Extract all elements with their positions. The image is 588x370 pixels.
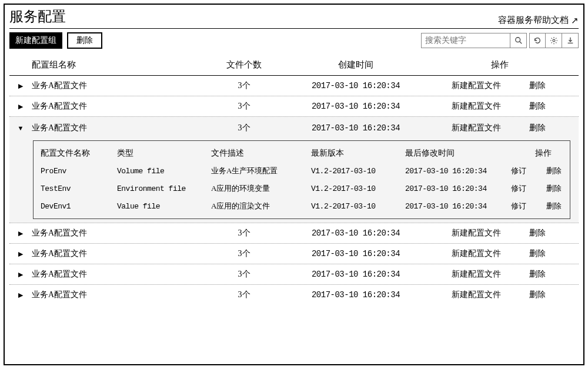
new-config-file-link[interactable]: 新建配置文件: [423, 101, 529, 112]
file-modified: 2017-03-10 16:20:34: [405, 184, 511, 193]
created-time: 2017-03-10 16:20:34: [288, 290, 423, 300]
ncol-ops: 操作: [511, 148, 576, 159]
file-count: 3个: [200, 228, 288, 238]
file-desc: A应用的渲染文件: [211, 201, 311, 211]
nested-row: ProEnvVolume file业务A生产环境配置V1.2-2017-03-1…: [39, 162, 564, 180]
svg-line-1: [519, 42, 522, 44]
created-time: 2017-03-10 16:20:34: [288, 249, 423, 258]
group-name: 业务A配置文件: [29, 101, 200, 112]
col-created: 创建时间: [288, 59, 423, 70]
new-config-file-link[interactable]: 新建配置文件: [423, 80, 529, 91]
expand-toggle[interactable]: ▶: [12, 230, 29, 237]
search-icon[interactable]: [510, 33, 527, 48]
delete-link[interactable]: 删除: [529, 101, 576, 112]
refresh-icon[interactable]: [529, 33, 546, 48]
table-row: ▼业务A配置文件3个2017-03-10 16:20:34新建配置文件删除: [9, 118, 579, 138]
download-icon[interactable]: [562, 33, 579, 48]
file-name: DevEnv1: [41, 202, 117, 211]
ncol-version: 最新版本: [311, 148, 405, 159]
expand-toggle[interactable]: ▶: [12, 82, 29, 90]
table-row: ▶业务A配置文件3个2017-03-10 16:20:34新建配置文件删除: [9, 244, 579, 264]
table-header-row: 配置组名称 文件个数 创建时间 操作: [9, 55, 579, 75]
settings-icon[interactable]: [546, 33, 562, 48]
delete-link[interactable]: 删除: [529, 228, 576, 238]
file-count: 3个: [200, 101, 288, 112]
group-name: 业务A配置文件: [29, 248, 200, 259]
file-desc: A应用的环境变量: [211, 183, 311, 194]
ncol-modified: 最后修改时间: [405, 148, 511, 159]
group-name: 业务A配置文件: [29, 290, 200, 300]
file-name: ProEnv: [41, 167, 117, 176]
created-time: 2017-03-10 16:20:34: [288, 102, 423, 111]
expand-toggle[interactable]: ▼: [12, 125, 29, 132]
new-config-file-link[interactable]: 新建配置文件: [423, 228, 529, 238]
delete-link[interactable]: 删除: [529, 269, 576, 280]
file-modified: 2017-03-10 16:20:34: [405, 167, 511, 176]
page-title: 服务配置: [9, 7, 66, 26]
group-name: 业务A配置文件: [29, 123, 200, 133]
table-row: ▶业务A配置文件3个2017-03-10 16:20:34新建配置文件删除: [9, 76, 579, 96]
revise-link[interactable]: 修订: [511, 166, 546, 176]
delete-link[interactable]: 删除: [529, 123, 576, 133]
table-row: ▶业务A配置文件3个2017-03-10 16:20:34新建配置文件删除: [9, 285, 579, 305]
search-input[interactable]: [422, 35, 510, 46]
new-config-file-link[interactable]: 新建配置文件: [423, 290, 529, 300]
ncol-desc: 文件描述: [211, 148, 311, 159]
delete-link[interactable]: 删除: [546, 201, 576, 211]
ncol-name: 配置文件名称: [41, 148, 117, 159]
expand-toggle[interactable]: ▶: [12, 291, 29, 299]
col-ops: 操作: [423, 59, 576, 70]
ncol-type: 类型: [117, 148, 211, 159]
delete-link[interactable]: 删除: [529, 248, 576, 259]
nested-row: TestEnvEnvironment fileA应用的环境变量V1.2-2017…: [39, 180, 564, 197]
help-doc-link-label: 容器服务帮助文档: [498, 15, 569, 26]
delete-button[interactable]: 删除: [67, 32, 102, 49]
file-count: 3个: [200, 290, 288, 300]
expand-toggle[interactable]: ▶: [12, 271, 29, 278]
created-time: 2017-03-10 16:20:34: [288, 123, 423, 133]
file-count: 3个: [200, 123, 288, 133]
new-config-file-link[interactable]: 新建配置文件: [423, 269, 529, 280]
new-config-file-link[interactable]: 新建配置文件: [423, 123, 529, 133]
file-desc: 业务A生产环境配置: [211, 166, 311, 176]
file-modified: 2017-03-10 16:20:34: [405, 202, 511, 211]
group-name: 业务A配置文件: [29, 80, 200, 91]
file-count: 3个: [200, 80, 288, 91]
nested-header-row: 配置文件名称类型文件描述最新版本最后修改时间操作: [39, 144, 564, 162]
expand-toggle[interactable]: ▶: [12, 103, 29, 110]
file-count: 3个: [200, 248, 288, 259]
file-version: V1.2-2017-03-10: [311, 202, 405, 211]
col-name: 配置组名称: [29, 59, 200, 70]
table-row: ▶业务A配置文件3个2017-03-10 16:20:34新建配置文件删除: [9, 264, 579, 284]
svg-point-2: [553, 39, 555, 42]
file-type: Value file: [117, 202, 211, 211]
table-row: ▶业务A配置文件3个2017-03-10 16:20:34新建配置文件删除: [9, 96, 579, 116]
file-count: 3个: [200, 269, 288, 280]
file-type: Volume file: [117, 167, 211, 176]
delete-link[interactable]: 删除: [529, 290, 576, 300]
table-row: ▶业务A配置文件3个2017-03-10 16:20:34新建配置文件删除: [9, 223, 579, 243]
col-file-count: 文件个数: [200, 59, 288, 70]
group-name: 业务A配置文件: [29, 269, 200, 280]
new-config-file-link[interactable]: 新建配置文件: [423, 248, 529, 259]
nested-file-table: 配置文件名称类型文件描述最新版本最后修改时间操作ProEnvVolume fil…: [33, 140, 570, 219]
revise-link[interactable]: 修订: [511, 201, 546, 211]
new-config-group-button[interactable]: 新建配置组: [9, 32, 62, 49]
created-time: 2017-03-10 16:20:34: [288, 228, 423, 238]
file-version: V1.2-2017-03-10: [311, 184, 405, 193]
nested-row: DevEnv1Value fileA应用的渲染文件V1.2-2017-03-10…: [39, 197, 564, 215]
created-time: 2017-03-10 16:20:34: [288, 81, 423, 90]
revise-link[interactable]: 修订: [511, 183, 546, 194]
file-name: TestEnv: [41, 184, 117, 193]
config-group-table: 配置组名称 文件个数 创建时间 操作 ▶业务A配置文件3个2017-03-10 …: [9, 55, 579, 305]
file-version: V1.2-2017-03-10: [311, 167, 405, 176]
external-link-icon: ↗: [571, 15, 579, 26]
delete-link[interactable]: 删除: [529, 80, 576, 91]
svg-point-0: [515, 38, 520, 42]
search-box: [421, 33, 510, 48]
created-time: 2017-03-10 16:20:34: [288, 270, 423, 279]
expand-toggle[interactable]: ▶: [12, 250, 29, 258]
help-doc-link[interactable]: 容器服务帮助文档 ↗: [498, 15, 579, 26]
delete-link[interactable]: 删除: [546, 183, 576, 194]
delete-link[interactable]: 删除: [546, 166, 576, 176]
